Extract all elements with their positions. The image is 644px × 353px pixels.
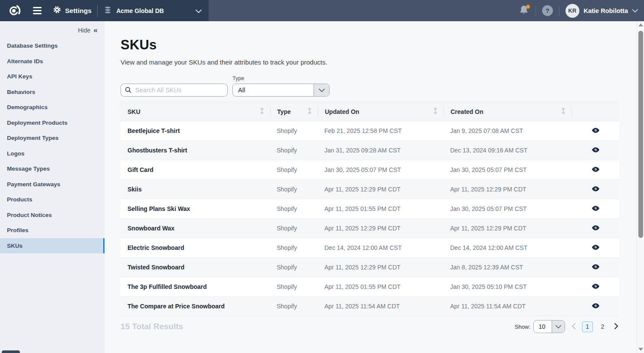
view-sku-button[interactable]	[592, 264, 599, 271]
main-content: SKUs View and manage your SKUs and their…	[105, 21, 644, 353]
scroll-down-arrow-icon[interactable]	[638, 348, 644, 351]
sidebar-item-deployment-types[interactable]: Deployment Types	[0, 130, 105, 146]
eye-icon	[592, 225, 599, 232]
database-selector[interactable]: Acme Global DB	[98, 0, 209, 21]
search-input[interactable]	[121, 84, 228, 97]
view-sku-button[interactable]	[592, 147, 599, 154]
hide-sidebar-button[interactable]: Hide «	[78, 26, 98, 34]
user-name: Katie Robilotta	[584, 7, 628, 14]
sidebar-item-label: Products	[7, 196, 33, 203]
page-button-2[interactable]: 2	[597, 321, 608, 332]
sku-name-link[interactable]: Beetlejuice T-shirt	[121, 127, 270, 134]
previous-page-button[interactable]	[571, 322, 576, 331]
column-header-created-on[interactable]: Created On	[444, 102, 572, 121]
view-sku-button[interactable]	[592, 186, 599, 193]
sku-name-link[interactable]: Electric Snowboard	[121, 244, 270, 251]
type-filter-select[interactable]: All	[232, 84, 330, 97]
sidebar-item-label: Profiles	[7, 227, 29, 233]
sidebar-item-logos[interactable]: Logos	[0, 146, 105, 162]
sku-updated-on: Apr 11, 2025 12:29 PM CDT	[318, 264, 444, 271]
sku-updated-on: Jan 30, 2025 05:07 PM CST	[318, 166, 444, 173]
sidebar-item-demographics[interactable]: Demographics	[0, 100, 105, 115]
settings-sidebar: Hide « Database SettingsAlternate IDsAPI…	[0, 21, 105, 353]
view-sku-button[interactable]	[592, 225, 599, 232]
page-size-value: 10	[534, 323, 552, 330]
view-sku-button[interactable]	[592, 206, 599, 212]
sidebar-item-skus[interactable]: SKUs	[0, 238, 105, 254]
sidebar-item-label: Message Types	[7, 165, 50, 172]
sidebar-item-api-keys[interactable]: API Keys	[0, 69, 105, 84]
view-sku-button[interactable]	[592, 245, 599, 251]
sidebar-item-product-notices[interactable]: Product Notices	[0, 207, 105, 223]
scroll-up-arrow-icon[interactable]	[638, 23, 644, 26]
view-sku-button[interactable]	[592, 167, 599, 173]
column-header-sku[interactable]: SKU	[121, 102, 270, 121]
eye-icon	[592, 128, 599, 134]
sidebar-item-alternate-ids[interactable]: Alternate IDs	[0, 54, 105, 69]
sidebar-item-deployment-products[interactable]: Deployment Products	[0, 115, 105, 131]
view-sku-button[interactable]	[592, 128, 599, 134]
sku-created-on: Jan 30, 2025 05:07 PM CST	[444, 205, 572, 212]
sku-type: Shopify	[270, 186, 318, 193]
notifications-button[interactable]	[518, 5, 530, 17]
chevron-down-icon	[552, 321, 565, 333]
sku-type: Shopify	[270, 264, 318, 271]
eye-icon	[592, 206, 599, 212]
sku-name-link[interactable]: Skiis	[121, 186, 270, 193]
eye-icon	[592, 245, 599, 251]
sku-updated-on: Apr 11, 2025 01:55 PM CDT	[318, 205, 444, 212]
gear-icon	[53, 6, 61, 16]
type-filter-value: All	[233, 87, 314, 94]
sku-name-link[interactable]: Gift Card	[121, 166, 270, 173]
sku-name-link[interactable]: The Compare at Price Snowboard	[121, 303, 270, 310]
settings-section-header: Settings	[53, 6, 92, 16]
sidebar-item-label: Deployment Types	[7, 135, 59, 141]
column-header-type[interactable]: Type	[270, 102, 318, 121]
view-sku-button[interactable]	[592, 284, 599, 290]
app-logo-icon[interactable]	[7, 3, 21, 18]
sidebar-item-payment-gateways[interactable]: Payment Gateways	[0, 177, 105, 192]
sku-name-link[interactable]: The 3p Fulfilled Snowboard	[121, 283, 270, 290]
sidebar-item-label: Payment Gateways	[7, 181, 60, 188]
column-header-label: Updated On	[325, 108, 359, 115]
scrollbar-thumb[interactable]	[638, 31, 643, 238]
chevron-down-icon	[196, 7, 202, 14]
sidebar-item-products[interactable]: Products	[0, 192, 105, 207]
page-subtitle: View and manage your SKUs and their attr…	[121, 58, 644, 66]
sku-type: Shopify	[270, 283, 318, 290]
sidebar-item-label: Product Notices	[7, 212, 52, 218]
vertical-scrollbar[interactable]	[637, 21, 644, 353]
sku-created-on: Jan 30, 2025 05:10 PM CST	[444, 283, 572, 290]
chat-widget-peek[interactable]	[2, 350, 20, 353]
page-buttons: 12	[582, 321, 608, 332]
help-button[interactable]: ?	[542, 5, 553, 16]
menu-icon[interactable]	[33, 7, 42, 14]
sidebar-item-profiles[interactable]: Profiles	[0, 223, 105, 238]
page-size-select[interactable]: 10	[533, 320, 565, 333]
user-menu[interactable]: KR Katie Robilotta	[566, 4, 638, 18]
table-row: Gift Card Shopify Jan 30, 2025 05:07 PM …	[121, 160, 619, 180]
page-button-1[interactable]: 1	[582, 321, 593, 332]
view-sku-button[interactable]	[592, 303, 599, 310]
sort-icon	[259, 107, 265, 116]
sku-updated-on: Jan 31, 2025 09:28 AM CST	[318, 147, 444, 154]
sidebar-item-behaviors[interactable]: Behaviors	[0, 84, 105, 100]
sku-name-link[interactable]: Selling Plans Ski Wax	[121, 205, 270, 212]
sku-name-link[interactable]: Twisted Snowboard	[121, 264, 270, 271]
sidebar-item-database-settings[interactable]: Database Settings	[0, 38, 105, 54]
column-header-updated-on[interactable]: Updated On	[318, 102, 444, 121]
sidebar-item-label: Database Settings	[7, 42, 58, 49]
collapse-icon: «	[94, 26, 98, 34]
sidebar-item-message-types[interactable]: Message Types	[0, 161, 105, 177]
next-page-button[interactable]	[614, 322, 619, 331]
sku-name-link[interactable]: Ghostbusters T-shirt	[121, 147, 270, 154]
sku-name-link[interactable]: Snowboard Wax	[121, 225, 270, 232]
sku-created-on: Jan 8, 2025 12:39 AM CST	[444, 264, 572, 271]
sku-type: Shopify	[270, 127, 318, 134]
sku-created-on: Jan 30, 2025 05:07 PM CST	[444, 166, 572, 173]
sidebar-item-label: Alternate IDs	[7, 58, 43, 65]
sku-created-on: Apr 11, 2025 12:29 PM CDT	[444, 225, 572, 232]
sku-updated-on: Dec 14, 2024 12:00 AM CST	[318, 244, 444, 251]
eye-icon	[592, 284, 599, 290]
sku-created-on: Dec 13, 2024 09:16 AM CST	[444, 147, 572, 154]
